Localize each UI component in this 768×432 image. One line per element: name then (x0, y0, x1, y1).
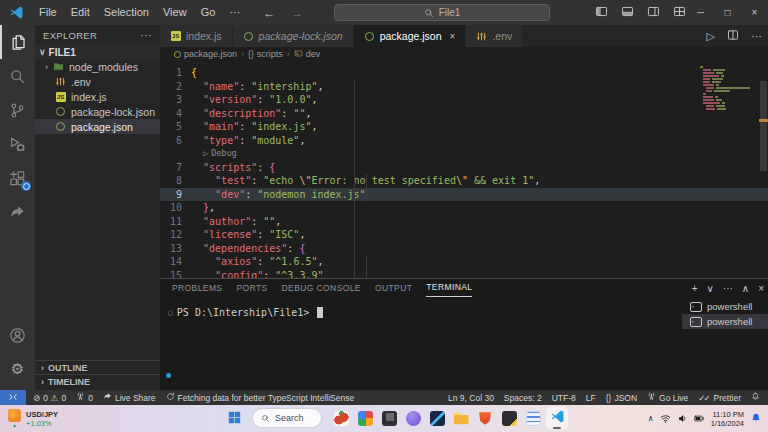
command-center-search[interactable]: File1 (334, 4, 550, 21)
panel-tab-output[interactable]: OUTPUT (375, 280, 412, 297)
status-eol[interactable]: LF (581, 390, 601, 405)
code-editor[interactable]: 1{2 "name": "intership",3 "version": "1.… (160, 61, 768, 278)
taskbar-app-stack-app[interactable] (378, 407, 400, 429)
code-line-12[interactable]: 12 "license": "ISC", (160, 228, 768, 242)
status-typescript-intellisense[interactable]: Fetching data for better TypeScript Inte… (161, 390, 360, 405)
taskbar-app-chat-app[interactable] (402, 407, 424, 429)
activity-accounts[interactable] (0, 318, 35, 352)
code-line-15[interactable]: 15 "config": "^3.3.9" (160, 269, 768, 279)
taskbar-app-dev-app[interactable] (426, 407, 448, 429)
minimap[interactable] (700, 66, 756, 111)
status-remote[interactable] (0, 390, 26, 405)
menu-selection[interactable]: Selection (97, 0, 156, 25)
close-button[interactable]: × (741, 0, 768, 25)
menu-go[interactable]: Go (194, 0, 223, 25)
tray-expand-button[interactable]: ∧ (648, 414, 654, 423)
code-line-2[interactable]: 2 "name": "intership", (160, 80, 768, 94)
status-problems[interactable]: ⊘0⚠0 (28, 390, 71, 405)
breadcrumb-dev[interactable]: dev (294, 49, 321, 60)
close-icon[interactable]: × (450, 31, 456, 42)
activity-manage[interactable]: ⚙ (0, 352, 35, 386)
taskbar-app-peppers-app[interactable] (330, 407, 352, 429)
section-timeline[interactable]: ›TIMELINE (35, 374, 160, 388)
run-button[interactable]: ▷ (707, 30, 715, 43)
widgets-button[interactable]: ▲ USD/JPY +1.03% (8, 408, 58, 429)
close-button[interactable]: × (758, 283, 764, 294)
menu-view[interactable]: View (156, 0, 194, 25)
start-button[interactable] (224, 408, 245, 429)
panel-tab-ports[interactable]: PORTS (236, 280, 267, 297)
panel-tab-problems[interactable]: PROBLEMS (172, 280, 222, 297)
taskbar-app-notes-app[interactable] (522, 407, 544, 429)
code-line-13[interactable]: 13 "dependencies": { (160, 242, 768, 256)
code-line-9[interactable]: 9 "dev": "nodemon index.js" (160, 188, 768, 202)
wifi-button[interactable] (660, 413, 671, 424)
code-line-10[interactable]: 10 }, (160, 201, 768, 215)
code-line-11[interactable]: 11 "author": "", (160, 215, 768, 229)
taskbar-app-photos-app[interactable] (354, 407, 376, 429)
status-encoding[interactable]: UTF-8 (547, 390, 581, 405)
taskbar-app-file-explorer[interactable] (450, 407, 472, 429)
explorer-item-package-json[interactable]: package.json (35, 119, 160, 134)
panel-tab-debug-console[interactable]: DEBUG CONSOLE (282, 280, 361, 297)
minimize-button[interactable]: ─ (687, 0, 714, 25)
terminal-instance-2[interactable]: ›powershell (682, 314, 768, 329)
toggle-primary-sidebar-button[interactable] (595, 4, 608, 22)
status-language-mode[interactable]: {}JSON (601, 390, 642, 405)
tab-index-js[interactable]: JSindex.js (160, 25, 233, 47)
scrollbar-thumb[interactable] (760, 81, 767, 171)
status-notifications[interactable] (746, 390, 765, 405)
activity-live-share[interactable] (0, 195, 35, 229)
menu-file[interactable]: File (32, 0, 64, 25)
breadcrumb-scripts[interactable]: {}scripts (248, 49, 283, 59)
explorer-item-node-modules[interactable]: ›node_modules (35, 59, 160, 74)
battery-button[interactable] (694, 413, 705, 424)
tray-clock[interactable]: 11:10 PM 1/16/2024 (711, 410, 744, 428)
code-line-5[interactable]: 5 "main": "index.js", (160, 120, 768, 134)
activity-source-control[interactable] (0, 93, 35, 127)
breadcrumb-package-json[interactable]: package.json (174, 49, 237, 59)
terminal[interactable]: ○ PS D:\Intership\File1> (160, 297, 682, 390)
code-line-4[interactable]: 4 "description": "", (160, 107, 768, 121)
tab-package-lock-json[interactable]: package-lock.json (233, 25, 354, 47)
activity-search[interactable] (0, 59, 35, 93)
volume-button[interactable] (677, 413, 688, 424)
customize-layout-button[interactable] (673, 4, 686, 22)
panel-tab-terminal[interactable]: TERMINAL (426, 279, 472, 297)
code-line-8[interactable]: 8 "test": "echo \"Error: no test specifi… (160, 174, 768, 188)
split-editor-button[interactable] (727, 29, 739, 43)
code-line-14[interactable]: 14 "axios": "^1.6.5", (160, 255, 768, 269)
toggle-panel-button[interactable] (621, 4, 634, 22)
status-live-share[interactable]: Live Share (98, 390, 161, 405)
taskbar-app-code-editor-dark[interactable] (498, 407, 520, 429)
explorer-item--env[interactable]: .env (35, 74, 160, 89)
toggle-secondary-sidebar-button[interactable] (647, 4, 660, 22)
dropdown-button[interactable]: ∨ (707, 283, 714, 294)
status-indentation[interactable]: Spaces: 2 (499, 390, 547, 405)
notification-bell-icon[interactable] (750, 410, 762, 428)
code-line-6[interactable]: 6 "type": "module", (160, 134, 768, 148)
section-outline[interactable]: ›OUTLINE (35, 360, 160, 374)
code-line-3[interactable]: 3 "version": "1.0.0", (160, 93, 768, 107)
more-button[interactable]: ··· (723, 283, 733, 294)
menu-more[interactable]: ··· (222, 0, 247, 25)
status-prettier[interactable]: ✓✓Prettier (693, 390, 746, 405)
taskbar-app-vscode[interactable] (546, 407, 568, 429)
new-terminal-button[interactable]: + (692, 283, 698, 294)
terminal-instance-1[interactable]: ›powershell (682, 299, 768, 314)
explorer-item-index-js[interactable]: JSindex.js (35, 89, 160, 104)
codelens[interactable]: ▷Debug (160, 147, 768, 161)
taskbar-search[interactable]: Search (252, 408, 322, 428)
more-actions-button[interactable]: ··· (140, 29, 152, 41)
explorer-item-package-lock-json[interactable]: package-lock.json (35, 104, 160, 119)
restore-button[interactable]: □ (714, 0, 741, 25)
status-cursor-position[interactable]: Ln 9, Col 30 (443, 390, 499, 405)
tab-package-json[interactable]: package.json× (354, 25, 467, 47)
activity-explorer[interactable] (0, 25, 35, 59)
taskbar-app-brave-browser[interactable] (474, 407, 496, 429)
forward-button[interactable]: → (291, 6, 303, 20)
activity-extensions[interactable] (0, 161, 35, 195)
back-button[interactable]: ← (263, 6, 275, 20)
status-forwarded-ports[interactable]: 0 (71, 390, 98, 405)
workspace-folder-row[interactable]: ∨ FILE1 (35, 45, 160, 59)
